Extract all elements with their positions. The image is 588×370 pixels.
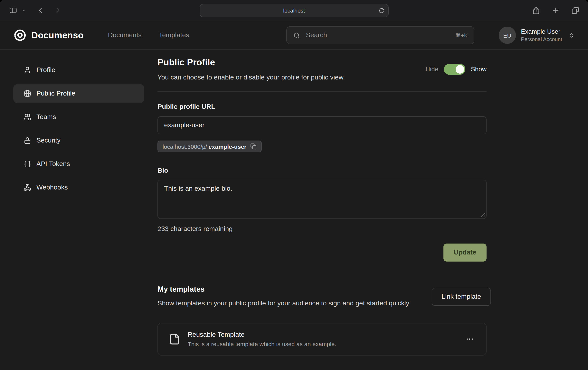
template-description: This is a reusable template which is use… — [188, 341, 336, 348]
settings-sidebar: Profile Public Profile Teams — [0, 50, 158, 370]
sidebar-item-profile[interactable]: Profile — [13, 61, 144, 80]
profile-url-slug: example-user — [209, 143, 246, 150]
chrome-left-controls — [7, 4, 63, 16]
my-templates-header-text: My templates Show templates in your publ… — [158, 285, 432, 309]
sidebar-item-label: API Tokens — [36, 160, 70, 168]
sidebar-item-label: Security — [36, 137, 61, 144]
app-body: Profile Public Profile Teams — [0, 50, 588, 370]
avatar-initials: EU — [503, 32, 511, 39]
sidebar-item-label: Profile — [36, 66, 55, 74]
main-nav: Documents Templates — [108, 31, 189, 39]
webhook-icon — [23, 184, 31, 191]
braces-icon — [23, 160, 31, 168]
sidebar-item-label: Teams — [36, 113, 56, 121]
brand-name: Documenso — [31, 30, 84, 41]
my-templates-description: Show templates in your public profile fo… — [158, 298, 432, 309]
section-divider — [158, 91, 486, 92]
page-subtitle: You can choose to enable or disable your… — [158, 74, 345, 82]
history-controls — [34, 4, 63, 16]
user-name: Example User — [521, 28, 562, 35]
bio-textarea[interactable]: This is an example bio. — [158, 180, 486, 219]
search-box[interactable]: ⌘+K — [286, 26, 474, 44]
link-template-button[interactable]: Link template — [432, 288, 491, 306]
user-icon — [23, 66, 31, 74]
tab-overview-icon[interactable] — [569, 4, 581, 16]
app: Documenso Documents Templates ⌘+K EU Exa… — [0, 21, 588, 370]
app-header: Documenso Documents Templates ⌘+K EU Exa… — [0, 21, 588, 50]
sidebar-item-teams[interactable]: Teams — [13, 108, 144, 126]
page-header-row: Public Profile You can choose to enable … — [158, 57, 486, 82]
sidebar-item-label: Public Profile — [36, 90, 75, 97]
users-icon — [23, 113, 31, 121]
avatar: EU — [499, 27, 516, 44]
user-menu[interactable]: EU Example User Personal Account — [499, 27, 575, 44]
template-card[interactable]: Reusable Template This is a reusable tem… — [158, 323, 486, 356]
user-account-type: Personal Account — [521, 36, 562, 42]
browser-window: localhost Documenso — [0, 0, 588, 370]
globe-icon — [23, 90, 31, 97]
address-bar[interactable]: localhost — [200, 4, 388, 17]
lock-icon — [23, 137, 31, 144]
sidebar-item-label: Webhooks — [36, 184, 68, 191]
address-bar-text: localhost — [283, 7, 305, 13]
documenso-logo-icon — [13, 29, 27, 42]
sidebar-item-webhooks[interactable]: Webhooks — [13, 178, 144, 197]
template-card-text: Reusable Template This is a reusable tem… — [188, 331, 336, 348]
toggle-show-label: Show — [471, 66, 486, 73]
my-templates-title: My templates — [158, 285, 432, 294]
profile-url-preview[interactable]: localhost:3000/p/example-user — [158, 141, 262, 152]
search-icon — [293, 31, 300, 39]
visibility-toggle-group: Hide Show — [425, 64, 486, 75]
characters-remaining: 233 characters remaining — [158, 225, 486, 233]
bio-textarea-wrap: This is an example bio. — [158, 180, 486, 219]
profile-url-label: Public profile URL — [158, 103, 486, 111]
search-shortcut: ⌘+K — [455, 32, 468, 38]
bio-label: Bio — [158, 167, 486, 175]
visibility-toggle[interactable] — [444, 64, 465, 75]
update-button[interactable]: Update — [444, 244, 486, 262]
profile-url-prefix: localhost:3000/p/ — [163, 143, 207, 150]
reload-icon[interactable] — [379, 7, 385, 13]
sidebar-item-api-tokens[interactable]: API Tokens — [13, 155, 144, 174]
new-tab-icon[interactable] — [550, 4, 561, 16]
search-input[interactable] — [305, 31, 451, 40]
nav-templates[interactable]: Templates — [159, 31, 189, 39]
toggle-knob — [456, 65, 464, 74]
chevron-down-icon[interactable] — [20, 4, 27, 16]
browser-chrome: localhost — [0, 0, 588, 21]
toggle-hide-label: Hide — [425, 66, 438, 73]
sidebar-item-security[interactable]: Security — [13, 131, 144, 150]
template-name: Reusable Template — [188, 331, 336, 339]
brand[interactable]: Documenso — [13, 29, 84, 42]
nav-documents[interactable]: Documents — [108, 31, 142, 39]
public-profile-settings: Public Profile You can choose to enable … — [158, 50, 486, 370]
sidebar-toggle-icon[interactable] — [7, 4, 19, 16]
copy-icon[interactable] — [250, 143, 257, 150]
page-title: Public Profile — [158, 57, 345, 68]
forward-icon[interactable] — [52, 4, 63, 16]
sidebar-item-public-profile[interactable]: Public Profile — [13, 84, 144, 103]
my-templates-header: My templates Show templates in your publ… — [158, 285, 486, 309]
file-icon — [169, 333, 181, 345]
chevrons-up-down-icon — [569, 32, 575, 38]
update-row: Update — [158, 244, 486, 262]
back-icon[interactable] — [34, 4, 46, 16]
chrome-right-controls — [530, 4, 581, 16]
ellipsis-menu-icon[interactable] — [464, 334, 475, 345]
profile-url-input[interactable] — [158, 116, 486, 134]
share-icon[interactable] — [530, 4, 542, 16]
page-header-text: Public Profile You can choose to enable … — [158, 57, 345, 82]
user-meta: Example User Personal Account — [521, 28, 562, 42]
